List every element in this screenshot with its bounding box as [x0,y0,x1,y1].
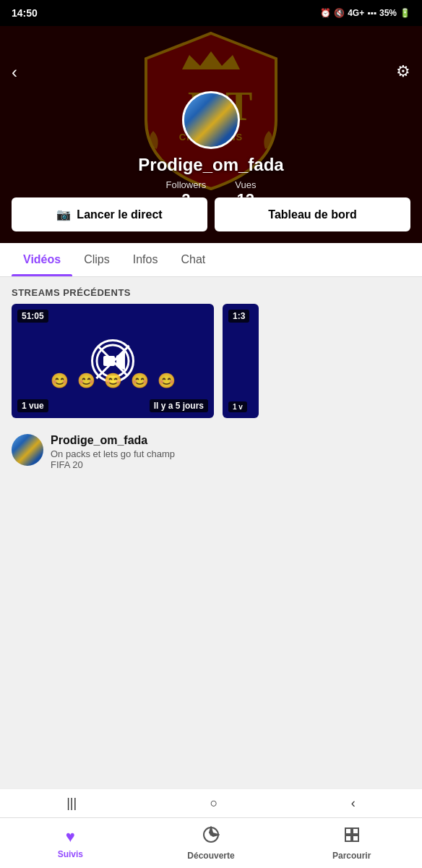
android-nav: ||| ○ ‹ [0,788,422,817]
status-icons: ⏰ 🔇 4G+ ▪▪▪ 35% 🔋 [320,8,410,18]
svg-marker-6 [116,352,125,370]
followers-label: Followers [166,179,207,190]
alarm-icon: ⏰ [320,8,331,18]
nav-suivis[interactable]: ♥ Suivis [0,823,141,864]
launch-live-button[interactable]: 📷 Lancer le direct [12,197,207,231]
svg-rect-13 [353,835,358,841]
launch-label: Lancer le direct [77,208,162,221]
videos-scroll[interactable]: 😊 😊 😊 😊 😊 51:05 1 vue Il y a 5 jours 1:3… [0,304,422,427]
network-label: 4G+ [348,8,364,18]
decouverte-label: Découverte [187,851,234,861]
dashboard-label: Tableau de bord [268,208,356,221]
duration-badge-2: 1:3 [228,310,249,323]
section-header: STREAMS PRÉCÉDENTS [0,277,422,304]
views-badge: 1 vue [17,399,48,412]
settings-button[interactable]: ⚙ [396,62,410,81]
nav-decouverte[interactable]: Découverte [141,822,282,865]
battery-icon: 🔋 [400,8,410,18]
tab-infos[interactable]: Infos [121,243,170,276]
mute-icon: 🔇 [334,8,345,18]
grid-icon [343,826,361,848]
video-title: Prodige_om_fada [51,434,410,447]
time-badge: Il y a 5 jours [150,399,208,412]
tab-chat[interactable]: Chat [169,243,217,276]
suivis-label: Suivis [58,849,83,859]
video-card[interactable]: 😊 😊 😊 😊 😊 51:05 1 vue Il y a 5 jours [12,304,214,418]
video-game: FIFA 20 [51,459,410,470]
video-subtitle: On packs et lets go fut champ [51,448,410,459]
content-area: STREAMS PRÉCÉDENTS 😊 😊 😊 [0,277,422,711]
svg-rect-11 [353,828,358,834]
dashboard-button[interactable]: Tableau de bord [215,197,410,231]
svg-marker-9 [211,833,218,836]
action-buttons: 📷 Lancer le direct Tableau de bord [12,197,410,231]
back-button[interactable]: ‹ [12,62,17,82]
tabs-bar: Vidéos Clips Infos Chat [0,243,422,277]
video-meta: Prodige_om_fada On packs et lets go fut … [51,434,410,470]
android-home-button[interactable]: ○ [196,790,233,817]
signal-icon: ▪▪▪ [367,8,376,18]
emoji-row: 😊 😊 😊 😊 😊 [12,372,214,389]
views-badge-2: 1 v [228,401,247,412]
bottom-nav: ♥ Suivis Découverte Parcourir [0,817,422,868]
parcourir-label: Parcourir [332,851,371,861]
svg-rect-12 [345,835,351,841]
channel-avatar-small [12,434,43,466]
battery-label: 35% [379,8,397,18]
video-info-row: Prodige_om_fada On packs et lets go fut … [0,427,422,477]
video-card-partial[interactable]: 1:3 1 v [223,304,259,418]
tab-clips[interactable]: Clips [72,243,121,276]
time: 14:50 [12,7,38,19]
compass-icon [202,826,220,848]
video-thumbnail: 😊 😊 😊 😊 😊 51:05 1 vue Il y a 5 jours [12,304,214,418]
cover-section: F T CHAMPIONS ‹ ⚙ Prodige_om_fada Follow… [0,26,422,243]
username: Prodige_om_fada [138,155,283,175]
svg-rect-10 [345,828,351,834]
android-back-button[interactable]: ‹ [337,790,370,817]
status-bar: 14:50 ⏰ 🔇 4G+ ▪▪▪ 35% 🔋 [0,0,422,26]
video-thumbnail-partial: 1:3 1 v [223,304,259,418]
heart-icon: ♥ [66,827,75,846]
nav-parcourir[interactable]: Parcourir [281,822,422,865]
camera-icon: 📷 [56,208,71,221]
vues-label: Vues [235,179,256,190]
svg-rect-5 [103,356,115,366]
tab-videos[interactable]: Vidéos [12,243,72,276]
duration-badge: 51:05 [17,310,48,323]
android-menu-button[interactable]: ||| [52,790,91,817]
avatar [182,91,240,149]
